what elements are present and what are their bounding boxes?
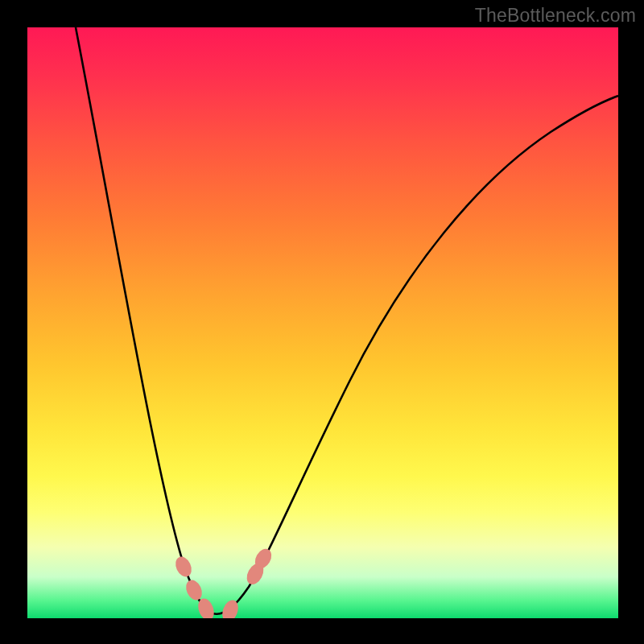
watermark-text: TheBottleneck.com: [475, 5, 636, 27]
marker-2: [183, 577, 204, 602]
chart-svg: [27, 27, 618, 618]
data-markers: [172, 546, 275, 618]
marker-1: [172, 554, 194, 579]
plot-area: [27, 27, 618, 618]
chart-frame: TheBottleneck.com: [0, 0, 644, 644]
bottleneck-curve: [76, 27, 618, 614]
